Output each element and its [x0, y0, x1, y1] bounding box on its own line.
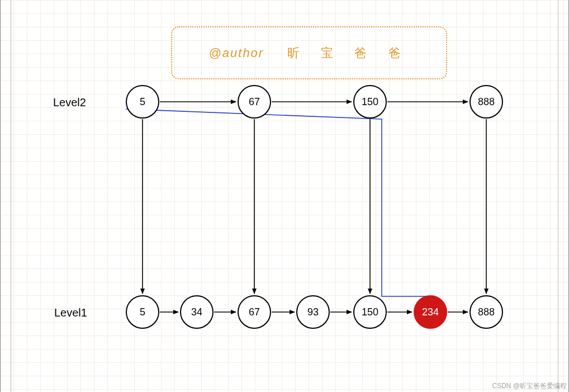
watermark: CSDN @昕宝爸爸爱编程 [492, 381, 567, 391]
node-l1_5: 5 [126, 295, 159, 329]
node-value: 5 [140, 306, 145, 318]
node-value: 888 [478, 306, 495, 318]
node-l1_34: 34 [180, 295, 214, 329]
node-l2_150: 150 [353, 85, 387, 119]
node-l1_234: 234 [414, 295, 447, 329]
author-box: @author 昕 宝 爸 爸 [171, 26, 447, 79]
node-value: 93 [307, 306, 319, 318]
node-value: 150 [362, 96, 378, 108]
node-l1_93: 93 [296, 295, 330, 329]
node-value: 888 [478, 96, 495, 108]
level-label-level1: Level1 [54, 306, 87, 319]
author-name: 昕 宝 爸 爸 [287, 45, 409, 62]
node-value: 5 [140, 96, 145, 108]
node-value: 67 [249, 96, 260, 108]
diagram-stage: @author 昕 宝 爸 爸 Level2Level1567150888534… [0, 0, 569, 392]
node-value: 67 [249, 306, 260, 318]
node-l1_150: 150 [353, 295, 387, 329]
author-tag: @author [208, 46, 264, 60]
node-l1_888: 888 [470, 295, 503, 329]
node-value: 150 [362, 306, 378, 318]
node-l1_67: 67 [238, 295, 271, 329]
node-l2_5: 5 [126, 85, 159, 119]
node-value: 34 [191, 306, 202, 318]
node-value: 234 [422, 306, 439, 318]
node-l2_888: 888 [470, 85, 503, 119]
level-label-level2: Level2 [53, 96, 86, 109]
node-l2_67: 67 [238, 85, 271, 119]
